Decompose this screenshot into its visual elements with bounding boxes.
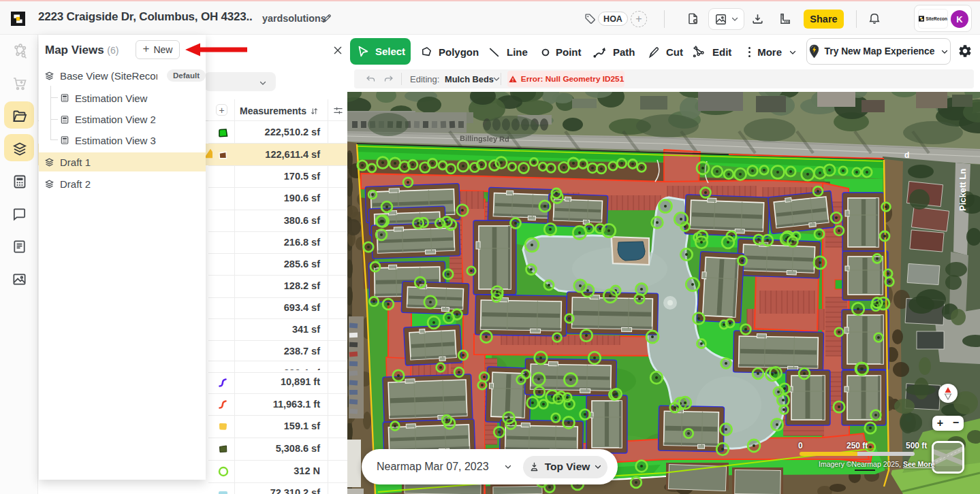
svg-text:Pickett Ln: Pickett Ln [958, 169, 968, 211]
svg-text:Billingsley Rd: Billingsley Rd [460, 134, 509, 143]
svg-text:d: d [904, 150, 909, 160]
